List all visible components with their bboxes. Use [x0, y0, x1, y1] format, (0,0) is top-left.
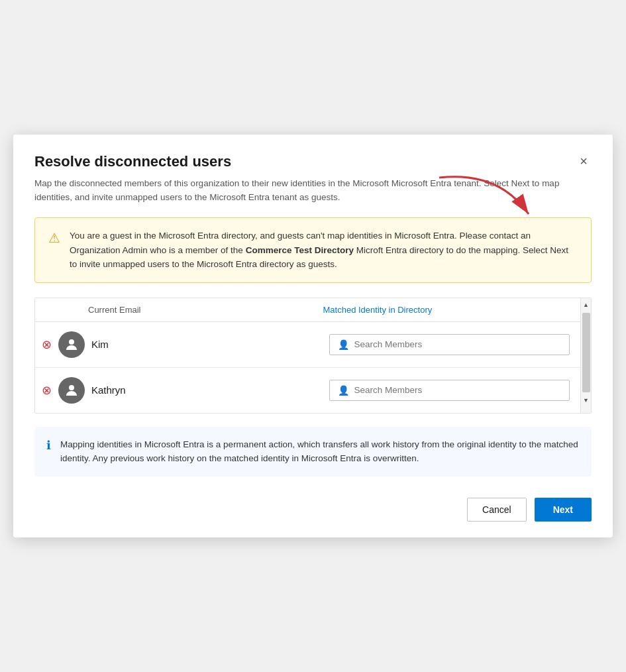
scroll-thumb[interactable]: [582, 313, 590, 392]
warning-box: ⚠ You are a guest in the Microsoft Entra…: [34, 217, 592, 283]
member-name-kathryn: Kathryn: [91, 384, 126, 396]
member-name-kim: Kim: [91, 339, 109, 350]
scroll-down-arrow[interactable]: ▼: [581, 394, 592, 407]
dialog-header: Resolve disconnected users ×: [34, 153, 592, 170]
members-table: Current Email Matched Identity in Direct…: [34, 298, 592, 414]
info-text: Mapping identities in Microsoft Entra is…: [60, 437, 580, 466]
table-header: Current Email Matched Identity in Direct…: [35, 298, 591, 322]
cancel-button[interactable]: Cancel: [467, 498, 527, 522]
scroll-up-arrow[interactable]: ▲: [581, 298, 592, 311]
search-input-kim[interactable]: [354, 339, 562, 349]
search-members-input-kim[interactable]: 👤: [329, 334, 570, 355]
remove-icon-kim[interactable]: ⊗: [42, 337, 52, 352]
avatar-kim: [58, 331, 85, 358]
dialog-subtitle: Map the disconnected members of this org…: [34, 177, 578, 204]
table-body: ⊗ Kim 👤 ⊗: [35, 322, 580, 413]
search-icon-kim: 👤: [338, 339, 349, 350]
row-left-kim: ⊗ Kim: [42, 331, 323, 358]
resolve-disconnected-users-dialog: Resolve disconnected users × Map the dis…: [13, 135, 613, 537]
warning-icon: ⚠: [48, 230, 60, 246]
remove-icon-kathryn[interactable]: ⊗: [42, 383, 52, 398]
search-members-input-kathryn[interactable]: 👤: [329, 380, 570, 401]
table-row: ⊗ Kathryn 👤: [35, 368, 580, 413]
svg-point-1: [69, 339, 74, 345]
info-icon: ℹ: [46, 438, 51, 453]
close-button[interactable]: ×: [576, 153, 592, 169]
table-row: ⊗ Kim 👤: [35, 322, 580, 368]
search-input-kathryn[interactable]: [354, 385, 562, 395]
table-content-area: ⊗ Kim 👤 ⊗: [35, 322, 591, 413]
next-button[interactable]: Next: [535, 498, 592, 522]
row-left-kathryn: ⊗ Kathryn: [42, 377, 323, 404]
dialog-footer: Cancel Next: [34, 492, 592, 522]
scrollbar[interactable]: ▲ ▼: [580, 298, 591, 413]
svg-point-2: [69, 385, 74, 390]
warning-text: You are a guest in the Microsoft Entra d…: [70, 229, 578, 272]
column-identity-header: Matched Identity in Directory: [323, 305, 558, 315]
dialog-title: Resolve disconnected users: [34, 153, 231, 170]
avatar-kathryn: [58, 377, 85, 404]
column-email-header: Current Email: [88, 305, 323, 315]
search-icon-kathryn: 👤: [338, 385, 349, 396]
info-section: ℹ Mapping identities in Microsoft Entra …: [34, 427, 592, 476]
arrow-container: ⚠ You are a guest in the Microsoft Entra…: [34, 217, 592, 283]
